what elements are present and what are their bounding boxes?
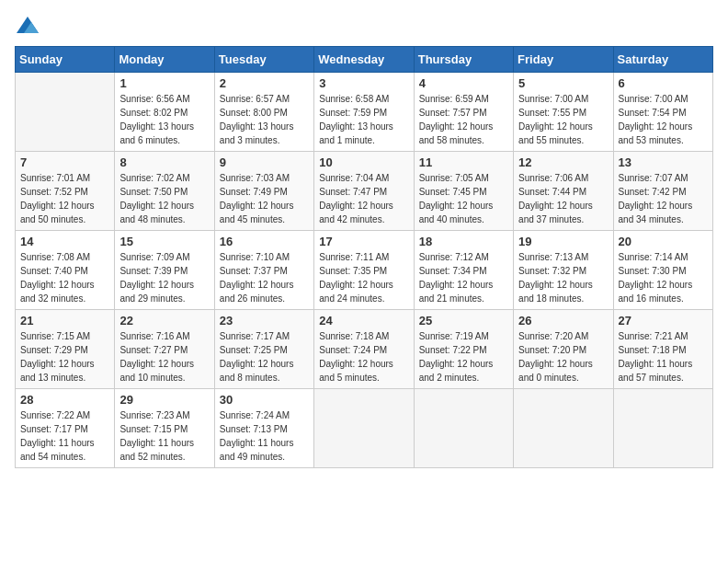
day-number: 14 — [20, 235, 109, 248]
calendar-cell — [414, 389, 513, 468]
weekday-header-thursday: Thursday — [414, 47, 513, 73]
day-number: 24 — [319, 314, 408, 327]
day-info: Sunrise: 7:13 AMSunset: 7:32 PMDaylight:… — [518, 250, 608, 305]
day-info: Sunrise: 7:12 AMSunset: 7:34 PMDaylight:… — [419, 250, 508, 305]
day-number: 27 — [619, 314, 708, 327]
day-number: 25 — [419, 314, 508, 327]
calendar-cell: 8Sunrise: 7:02 AMSunset: 7:50 PMDaylight… — [115, 152, 214, 231]
day-number: 21 — [20, 314, 109, 327]
day-info: Sunrise: 6:57 AMSunset: 8:00 PMDaylight:… — [220, 92, 309, 147]
day-info: Sunrise: 7:22 AMSunset: 7:17 PMDaylight:… — [20, 408, 109, 464]
calendar-week-1: 1Sunrise: 6:56 AMSunset: 8:02 PMDaylight… — [16, 73, 713, 152]
day-number: 8 — [119, 155, 209, 169]
calendar-cell: 11Sunrise: 7:05 AMSunset: 7:45 PMDayligh… — [414, 152, 513, 231]
weekday-header-tuesday: Tuesday — [214, 47, 313, 73]
day-info: Sunrise: 7:14 AMSunset: 7:30 PMDaylight:… — [619, 250, 708, 305]
weekday-header-row: SundayMondayTuesdayWednesdayThursdayFrid… — [16, 47, 713, 73]
logo-icon — [15, 15, 40, 37]
day-info: Sunrise: 6:56 AMSunset: 8:02 PMDaylight:… — [119, 92, 209, 147]
calendar-cell: 15Sunrise: 7:09 AMSunset: 7:39 PMDayligh… — [115, 231, 214, 310]
calendar-cell: 13Sunrise: 7:07 AMSunset: 7:42 PMDayligh… — [613, 152, 712, 231]
calendar-week-2: 7Sunrise: 7:01 AMSunset: 7:52 PMDaylight… — [16, 152, 713, 231]
day-number: 20 — [619, 235, 708, 248]
calendar-cell: 28Sunrise: 7:22 AMSunset: 7:17 PMDayligh… — [16, 389, 115, 468]
day-info: Sunrise: 7:07 AMSunset: 7:42 PMDaylight:… — [619, 171, 708, 226]
weekday-header-friday: Friday — [514, 47, 613, 73]
day-number: 12 — [518, 155, 608, 169]
day-number: 7 — [20, 155, 109, 169]
calendar-cell: 29Sunrise: 7:23 AMSunset: 7:15 PMDayligh… — [115, 389, 214, 468]
calendar-cell: 16Sunrise: 7:10 AMSunset: 7:37 PMDayligh… — [214, 231, 313, 310]
day-number: 11 — [419, 155, 508, 169]
day-info: Sunrise: 7:03 AMSunset: 7:49 PMDaylight:… — [220, 171, 309, 226]
day-info: Sunrise: 7:20 AMSunset: 7:20 PMDaylight:… — [518, 329, 608, 385]
calendar-cell: 6Sunrise: 7:00 AMSunset: 7:54 PMDaylight… — [613, 73, 712, 152]
day-number: 19 — [518, 235, 608, 248]
day-number: 17 — [319, 235, 408, 248]
day-number: 16 — [220, 235, 309, 248]
day-info: Sunrise: 7:08 AMSunset: 7:40 PMDaylight:… — [20, 250, 109, 305]
calendar-table: SundayMondayTuesdayWednesdayThursdayFrid… — [15, 46, 713, 468]
day-info: Sunrise: 7:00 AMSunset: 7:55 PMDaylight:… — [518, 92, 608, 147]
day-info: Sunrise: 7:06 AMSunset: 7:44 PMDaylight:… — [518, 171, 608, 226]
day-number: 30 — [220, 393, 309, 407]
day-number: 10 — [319, 155, 408, 169]
calendar-cell — [16, 73, 115, 152]
day-number: 29 — [119, 393, 209, 407]
day-number: 26 — [518, 314, 608, 327]
day-info: Sunrise: 7:16 AMSunset: 7:27 PMDaylight:… — [119, 329, 209, 385]
day-info: Sunrise: 7:19 AMSunset: 7:22 PMDaylight:… — [419, 329, 508, 385]
calendar-cell: 23Sunrise: 7:17 AMSunset: 7:25 PMDayligh… — [214, 310, 313, 389]
day-info: Sunrise: 7:24 AMSunset: 7:13 PMDaylight:… — [220, 408, 309, 464]
day-number: 2 — [220, 76, 309, 90]
day-info: Sunrise: 7:17 AMSunset: 7:25 PMDaylight:… — [220, 329, 309, 385]
day-info: Sunrise: 7:09 AMSunset: 7:39 PMDaylight:… — [119, 250, 209, 305]
day-info: Sunrise: 7:10 AMSunset: 7:37 PMDaylight:… — [220, 250, 309, 305]
calendar-cell: 10Sunrise: 7:04 AMSunset: 7:47 PMDayligh… — [314, 152, 414, 231]
calendar-cell: 24Sunrise: 7:18 AMSunset: 7:24 PMDayligh… — [314, 310, 414, 389]
day-info: Sunrise: 7:01 AMSunset: 7:52 PMDaylight:… — [20, 171, 109, 226]
calendar-cell: 21Sunrise: 7:15 AMSunset: 7:29 PMDayligh… — [16, 310, 115, 389]
day-info: Sunrise: 7:00 AMSunset: 7:54 PMDaylight:… — [619, 92, 708, 147]
calendar-cell: 9Sunrise: 7:03 AMSunset: 7:49 PMDaylight… — [214, 152, 313, 231]
calendar-cell: 7Sunrise: 7:01 AMSunset: 7:52 PMDaylight… — [16, 152, 115, 231]
day-info: Sunrise: 6:58 AMSunset: 7:59 PMDaylight:… — [319, 92, 408, 147]
day-number: 4 — [419, 76, 508, 90]
day-info: Sunrise: 7:02 AMSunset: 7:50 PMDaylight:… — [119, 171, 209, 226]
calendar-cell: 4Sunrise: 6:59 AMSunset: 7:57 PMDaylight… — [414, 73, 513, 152]
calendar-cell: 20Sunrise: 7:14 AMSunset: 7:30 PMDayligh… — [613, 231, 712, 310]
calendar-week-4: 21Sunrise: 7:15 AMSunset: 7:29 PMDayligh… — [16, 310, 713, 389]
page-header — [15, 15, 713, 37]
day-info: Sunrise: 6:59 AMSunset: 7:57 PMDaylight:… — [419, 92, 508, 147]
day-number: 22 — [119, 314, 209, 327]
calendar-cell: 30Sunrise: 7:24 AMSunset: 7:13 PMDayligh… — [214, 389, 313, 468]
day-number: 5 — [518, 76, 608, 90]
weekday-header-saturday: Saturday — [613, 47, 712, 73]
day-number: 3 — [319, 76, 408, 90]
day-info: Sunrise: 7:11 AMSunset: 7:35 PMDaylight:… — [319, 250, 408, 305]
calendar-cell — [314, 389, 414, 468]
day-info: Sunrise: 7:23 AMSunset: 7:15 PMDaylight:… — [119, 408, 209, 464]
day-number: 6 — [619, 76, 708, 90]
weekday-header-wednesday: Wednesday — [314, 47, 414, 73]
calendar-cell: 1Sunrise: 6:56 AMSunset: 8:02 PMDaylight… — [115, 73, 214, 152]
calendar-week-5: 28Sunrise: 7:22 AMSunset: 7:17 PMDayligh… — [16, 389, 713, 468]
day-number: 9 — [220, 155, 309, 169]
calendar-cell: 3Sunrise: 6:58 AMSunset: 7:59 PMDaylight… — [314, 73, 414, 152]
day-number: 1 — [119, 76, 209, 90]
day-number: 15 — [119, 235, 209, 248]
logo — [15, 15, 44, 37]
day-info: Sunrise: 7:18 AMSunset: 7:24 PMDaylight:… — [319, 329, 408, 385]
calendar-cell: 19Sunrise: 7:13 AMSunset: 7:32 PMDayligh… — [514, 231, 613, 310]
calendar-cell — [514, 389, 613, 468]
calendar-cell: 27Sunrise: 7:21 AMSunset: 7:18 PMDayligh… — [613, 310, 712, 389]
calendar-cell: 25Sunrise: 7:19 AMSunset: 7:22 PMDayligh… — [414, 310, 513, 389]
calendar-cell: 17Sunrise: 7:11 AMSunset: 7:35 PMDayligh… — [314, 231, 414, 310]
day-number: 13 — [619, 155, 708, 169]
day-number: 23 — [220, 314, 309, 327]
day-info: Sunrise: 7:05 AMSunset: 7:45 PMDaylight:… — [419, 171, 508, 226]
day-info: Sunrise: 7:21 AMSunset: 7:18 PMDaylight:… — [619, 329, 708, 385]
calendar-cell: 5Sunrise: 7:00 AMSunset: 7:55 PMDaylight… — [514, 73, 613, 152]
calendar-cell: 2Sunrise: 6:57 AMSunset: 8:00 PMDaylight… — [214, 73, 313, 152]
weekday-header-sunday: Sunday — [16, 47, 115, 73]
